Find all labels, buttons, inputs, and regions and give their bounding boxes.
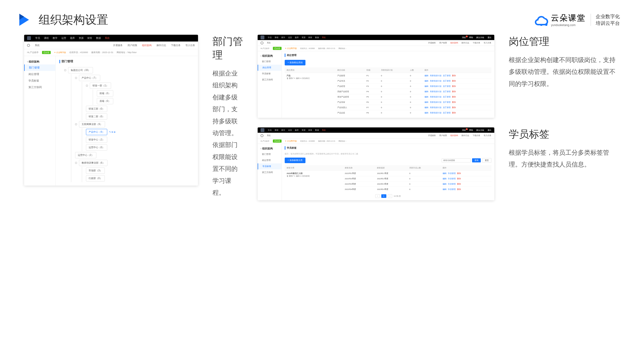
tree-node[interactable]: 研发三部（0）: [86, 106, 107, 112]
sidebar-title[interactable]: 组织架构: [24, 59, 55, 64]
tree-node[interactable]: 集团总公司（33）: [68, 67, 93, 73]
help-link[interactable]: 帮助: [469, 129, 473, 131]
row-ops[interactable]: 编辑关联培训计划员工管理删除: [422, 78, 492, 84]
subnav-item-active[interactable]: 组织架构: [450, 134, 458, 137]
nav-item[interactable]: 教学: [53, 36, 58, 40]
expand-icon[interactable]: [86, 85, 88, 87]
nav-item[interactable]: 资源: [302, 36, 306, 39]
tree-node[interactable]: 研发二部（0）: [86, 113, 107, 120]
subnav-item[interactable]: 开通服务: [428, 41, 436, 44]
sidebar-item-3rd[interactable]: 第三方协同: [24, 84, 55, 90]
tree-node[interactable]: 研发一部（1）: [90, 82, 111, 89]
tree-node-selected[interactable]: 产品中心（9）: [86, 129, 107, 135]
sidebar-title[interactable]: 组织架构: [258, 146, 282, 151]
row-ops[interactable]: 编辑关联培训计划员工管理删除: [422, 105, 492, 110]
search-input[interactable]: [442, 158, 470, 162]
nav-item[interactable]: 财务: [308, 129, 312, 131]
tree-node[interactable]: 前端（0）: [97, 90, 113, 96]
tree-node[interactable]: 产品中心（7）: [79, 75, 100, 81]
row-ops[interactable]: 编辑关联培训计划员工管理删除: [422, 73, 492, 78]
subnav-item[interactable]: 导入任务: [186, 44, 195, 47]
subnav-item[interactable]: 操作日志: [462, 41, 469, 44]
exit-link[interactable]: 退出: [488, 36, 492, 39]
nav-item[interactable]: 资源: [79, 36, 84, 40]
nav-item[interactable]: 运营: [288, 36, 292, 39]
sidebar-item-tag[interactable]: 学员标签: [258, 71, 282, 77]
row-ops[interactable]: 编辑关联培训计划员工管理删除: [422, 110, 492, 116]
subnav-item[interactable]: 用户权限: [128, 44, 137, 47]
cat-ops[interactable]: 🗑 删除 ✎ 编辑 ⊕ 添加岗位: [286, 77, 334, 80]
cat-ops[interactable]: 🗑 删除 ✎ 编辑 ⊕ 添加标签: [286, 175, 341, 177]
tree-node[interactable]: 市场部（3）: [86, 167, 105, 174]
nav-item[interactable]: 数据: [96, 36, 101, 40]
row-ops[interactable]: 编辑学员管理删除: [441, 171, 492, 176]
nav-item[interactable]: 课程: [274, 36, 278, 39]
pager-current[interactable]: 1: [381, 194, 386, 198]
row-ops[interactable]: 编辑学员管理删除: [441, 181, 492, 187]
row-ops[interactable]: 编辑关联培训计划员工管理删除: [422, 89, 492, 94]
sidebar-item-dept[interactable]: 部门管理: [258, 59, 282, 65]
nav-item[interactable]: 题库: [295, 36, 299, 39]
subnav-item[interactable]: 下载任务: [472, 134, 480, 137]
nav-item[interactable]: 教学: [281, 36, 285, 39]
sidebar-item-dept[interactable]: 部门管理: [258, 151, 282, 157]
msg-link[interactable]: 消息: [462, 129, 466, 131]
help-link[interactable]: 帮助: [469, 36, 473, 39]
subnav-item[interactable]: 导入任务: [484, 134, 492, 137]
branch-link[interactable]: 默认分校: [476, 36, 484, 39]
nav-item[interactable]: 学员: [268, 36, 272, 39]
nav-item[interactable]: 运营: [288, 129, 292, 131]
sidebar-title[interactable]: 组织架构: [258, 53, 282, 59]
nav-item[interactable]: 数据: [315, 36, 319, 39]
sidebar-item-post[interactable]: 岗位管理: [258, 157, 282, 163]
tree-node[interactable]: 研发中心（2）: [86, 137, 107, 143]
expand-icon[interactable]: [75, 162, 77, 164]
sidebar-item-3rd[interactable]: 第三方协同: [258, 169, 282, 175]
subnav-item[interactable]: 用户权限: [439, 134, 447, 137]
tree-node[interactable]: 运营中心（0）: [86, 144, 107, 151]
row-ops[interactable]: 编辑关联培训计划员工管理删除: [422, 94, 492, 100]
subnav-item[interactable]: 操作日志: [156, 44, 166, 47]
nav-item[interactable]: 学员: [268, 129, 272, 131]
subnav-item[interactable]: 开通服务: [113, 44, 123, 47]
sidebar-item-3rd[interactable]: 第三方协同: [258, 77, 282, 83]
subnav-item[interactable]: 用户权限: [439, 41, 447, 44]
pager-prev[interactable]: ‹: [375, 194, 380, 198]
sidebar-item-tag[interactable]: 学员标签: [24, 77, 55, 84]
expand-icon[interactable]: [75, 77, 77, 79]
sidebar-item-post[interactable]: 岗位管理: [24, 71, 55, 77]
subnav-item[interactable]: 操作日志: [462, 134, 469, 137]
node-actions[interactable]: ✎ ⧉ ⊕: [109, 131, 116, 133]
nav-item[interactable]: 课程: [274, 129, 278, 131]
pager-size[interactable]: 10 条/页: [394, 195, 400, 197]
nav-item[interactable]: 资源: [302, 129, 306, 131]
pager-next[interactable]: ›: [388, 194, 392, 198]
sidebar-item-tag[interactable]: 学员标签: [258, 163, 282, 169]
subnav-item[interactable]: 导入任务: [484, 41, 492, 44]
subnav-item[interactable]: 下载任务: [171, 44, 180, 47]
search-button[interactable]: 查询: [472, 158, 481, 162]
subnav-item[interactable]: 下载任务: [472, 41, 480, 44]
nav-item[interactable]: 课程: [44, 36, 49, 40]
reset-button[interactable]: 重置: [482, 158, 492, 163]
branch-link[interactable]: 默认分校: [476, 129, 484, 131]
nav-item[interactable]: 财务: [88, 36, 92, 40]
row-ops[interactable]: 编辑学员管理删除: [441, 187, 492, 192]
nav-item[interactable]: 运营: [61, 36, 66, 40]
row-ops[interactable]: 编辑学员管理删除: [441, 176, 492, 181]
tree-node[interactable]: 运营中心（2）: [75, 152, 96, 158]
nav-item[interactable]: 财务: [308, 36, 312, 39]
expand-icon[interactable]: [75, 123, 77, 125]
tree-node[interactable]: 互联网事业部（9）: [79, 121, 105, 127]
row-ops[interactable]: 编辑关联培训计划员工管理删除: [422, 84, 492, 89]
nav-item-active[interactable]: 系统: [322, 129, 326, 131]
tree-node[interactable]: 教师培训事业部（6）: [79, 160, 108, 166]
subnav-item[interactable]: 开通服务: [428, 134, 436, 137]
row-ops[interactable]: 编辑关联培训计划员工管理删除: [422, 100, 492, 105]
tree-node[interactable]: 行政部（0）: [86, 175, 105, 181]
nav-item[interactable]: 学员: [35, 36, 40, 40]
nav-item[interactable]: 题库: [295, 129, 299, 131]
subnav-item-active[interactable]: 组织架构: [450, 41, 458, 44]
add-tag-button[interactable]: 添加标签分类: [285, 158, 306, 163]
subnav-item-active[interactable]: 组织架构: [142, 44, 152, 47]
